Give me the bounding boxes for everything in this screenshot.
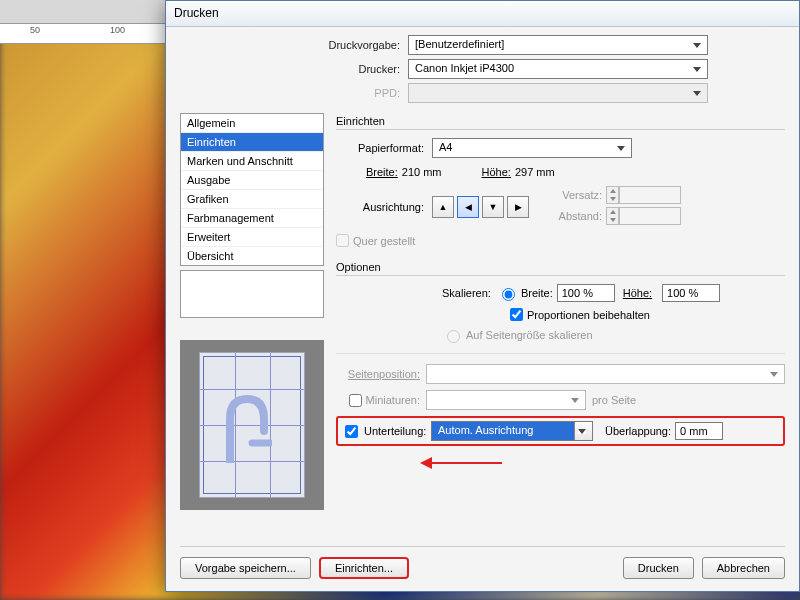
gap-spinner (606, 207, 619, 225)
tile-mode-combo[interactable]: Autom. Ausrichtung (431, 421, 593, 441)
section-optionen: Optionen (336, 259, 785, 276)
overlap-label: Überlappung: (605, 425, 671, 437)
thumbnail-box (180, 270, 324, 318)
section-einrichten: Einrichten (336, 113, 785, 130)
gap-label: Abstand: (550, 210, 606, 222)
scale-width-input[interactable] (557, 284, 615, 302)
offset-label: Versatz: (550, 189, 606, 201)
printer-combo[interactable]: Canon Inkjet iP4300 (408, 59, 708, 79)
cat-einrichten[interactable]: Einrichten (181, 133, 323, 152)
tile-checkbox[interactable]: Unterteilung: (341, 422, 427, 441)
thumbnails-checkbox[interactable]: Miniaturen: (336, 394, 426, 407)
ppd-combo (408, 83, 708, 103)
print-button[interactable]: Drucken (623, 557, 694, 579)
cancel-button[interactable]: Abbrechen (702, 557, 785, 579)
cat-farbmanagement[interactable]: Farbmanagement (181, 209, 323, 228)
orientation-label: Ausrichtung: (336, 201, 432, 213)
page-preview (180, 340, 324, 510)
quer-checkbox: Quer gestellt (336, 234, 755, 247)
dialog-title: Drucken (166, 1, 799, 27)
cat-allgemein[interactable]: Allgemein (181, 114, 323, 133)
cat-marken[interactable]: Marken und Anschnitt (181, 152, 323, 171)
width-label: Breite: (366, 166, 398, 178)
cat-erweitert[interactable]: Erweitert (181, 228, 323, 247)
width-value: 210 mm (402, 166, 442, 178)
setup-button[interactable]: Einrichten... (319, 557, 409, 579)
proportions-checkbox[interactable]: Proportionen beibehalten (510, 308, 650, 321)
tile-highlight: Unterteilung: Autom. Ausrichtung Überlap… (336, 416, 785, 446)
ruler: 50 100 (0, 24, 165, 44)
orient-portrait-down-icon[interactable]: ▼ (482, 196, 504, 218)
scale-label: Skalieren: (442, 287, 497, 299)
cat-uebersicht[interactable]: Übersicht (181, 247, 323, 265)
paperformat-combo[interactable]: A4 (432, 138, 632, 158)
printer-label: Drucker: (180, 63, 408, 75)
overlap-input[interactable] (675, 422, 723, 440)
ppd-label: PPD: (180, 87, 408, 99)
pagepos-combo (426, 364, 785, 384)
category-list[interactable]: Allgemein Einrichten Marken und Anschnit… (180, 113, 324, 266)
cat-ausgabe[interactable]: Ausgabe (181, 171, 323, 190)
offset-spinner (606, 186, 619, 204)
height-label: Höhe: (482, 166, 511, 178)
pagepos-label: Seitenposition: (336, 368, 426, 380)
ruler-tick-50: 50 (30, 25, 40, 35)
gap-input (619, 207, 681, 225)
orient-portrait-up-icon[interactable]: ▲ (432, 196, 454, 218)
app-toolbar (0, 0, 165, 24)
preset-combo[interactable]: [Benutzerdefiniert] (408, 35, 708, 55)
thumbnails-suffix: pro Seite (592, 394, 636, 406)
paperformat-label: Papierformat: (336, 142, 432, 154)
scale-height-label: Höhe: (623, 287, 658, 299)
print-dialog: Drucken Druckvorgabe: [Benutzerdefiniert… (165, 0, 800, 592)
annotation-arrow (430, 462, 502, 464)
save-preset-button[interactable]: Vorgabe speichern... (180, 557, 311, 579)
orient-landscape-left-icon[interactable]: ◀ (457, 196, 479, 218)
fit-page-radio[interactable]: Auf Seitengröße skalieren (442, 327, 593, 343)
preview-artwork (222, 391, 272, 463)
thumbnails-combo (426, 390, 586, 410)
scale-height-input[interactable] (662, 284, 720, 302)
height-value: 297 mm (515, 166, 555, 178)
ruler-tick-100: 100 (110, 25, 125, 35)
cat-grafiken[interactable]: Grafiken (181, 190, 323, 209)
scale-width-radio[interactable]: Breite: (497, 285, 553, 301)
preset-label: Druckvorgabe: (180, 39, 408, 51)
orient-landscape-right-icon[interactable]: ▶ (507, 196, 529, 218)
offset-input (619, 186, 681, 204)
